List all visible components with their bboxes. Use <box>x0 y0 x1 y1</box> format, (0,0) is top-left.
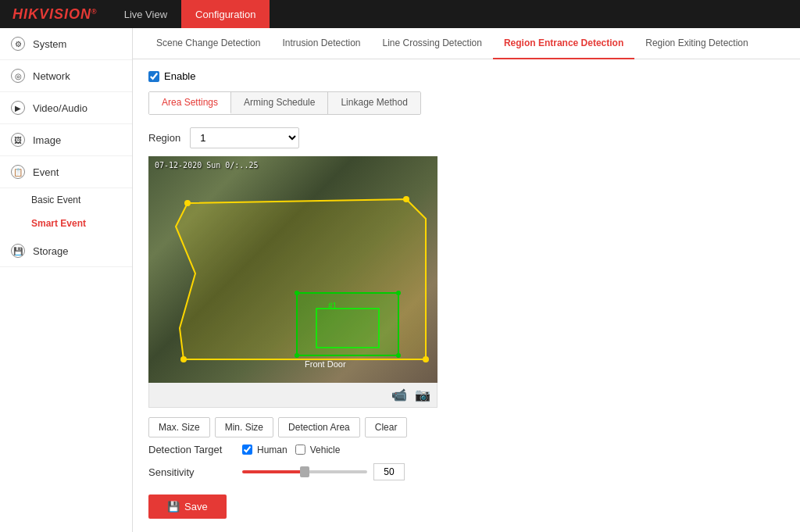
sidebar: ⚙ System ◎ Network ▶ Video/Audio 🖼 Image… <box>0 28 133 532</box>
region-number: #1 <box>328 302 338 310</box>
vehicle-checkbox-group: Vehicle <box>295 445 341 455</box>
inner-content: Enable Area Settings Arming Schedule Lin… <box>133 59 800 530</box>
sensitivity-value-input[interactable] <box>373 463 405 480</box>
detection-target-row: Detection Target Human Vehicle <box>148 444 784 455</box>
sidebar-item-network[interactable]: ◎ Network <box>0 60 132 92</box>
gear-icon: ⚙ <box>11 37 25 51</box>
max-size-button[interactable]: Max. Size <box>148 417 210 437</box>
detection-area-button[interactable]: Detection Area <box>278 417 360 437</box>
sidebar-label-image: Image <box>33 134 61 146</box>
brand-name: HIKVISION <box>12 6 91 22</box>
sidebar-label-basic-event: Basic Event <box>31 195 80 205</box>
sensitivity-slider-thumb[interactable] <box>300 466 309 477</box>
main-content: Scene Change Detection Intrusion Detecti… <box>133 28 800 532</box>
green-corner-4 <box>295 353 299 358</box>
image-icon: 🖼 <box>11 133 25 147</box>
green-corner-2 <box>396 291 401 295</box>
corner-dot-3 <box>423 356 429 362</box>
sidebar-item-video-audio[interactable]: ▶ Video/Audio <box>0 92 132 124</box>
sidebar-label-system: System <box>33 38 66 50</box>
tab-intrusion[interactable]: Intrusion Detection <box>271 28 371 59</box>
enable-row: Enable <box>148 70 784 82</box>
green-corner-3 <box>396 353 401 358</box>
corner-dot-1 <box>184 200 191 206</box>
overlay-svg: Front Door #1 <box>148 156 438 383</box>
min-size-button[interactable]: Min. Size <box>215 417 273 437</box>
nav-live-view[interactable]: Live View <box>110 0 181 28</box>
human-label[interactable]: Human <box>257 445 288 455</box>
human-checkbox[interactable] <box>242 445 252 455</box>
region-select[interactable]: 1 2 3 4 <box>190 127 299 148</box>
video-controls: 📹 📷 <box>148 383 438 408</box>
main-layout: ⚙ System ◎ Network ▶ Video/Audio 🖼 Image… <box>0 28 800 532</box>
sidebar-sub-smart-event[interactable]: Smart Event <box>0 212 132 235</box>
clear-button[interactable]: Clear <box>365 417 408 437</box>
video-icon: ▶ <box>11 101 25 115</box>
sidebar-label-storage: Storage <box>33 245 69 257</box>
sub-tabs: Area Settings Arming Schedule Linkage Me… <box>148 91 421 115</box>
save-button[interactable]: 💾 Save <box>148 495 227 519</box>
sidebar-label-smart-event: Smart Event <box>31 218 86 229</box>
sidebar-item-event[interactable]: 📋 Event <box>0 156 132 188</box>
action-buttons: Max. Size Min. Size Detection Area Clear <box>148 417 784 437</box>
corner-dot-2 <box>403 196 409 202</box>
region-row: Region 1 2 3 4 <box>148 127 784 148</box>
sensitivity-slider-track[interactable] <box>242 470 367 473</box>
sidebar-label-video: Video/Audio <box>33 102 88 114</box>
sensitivity-row: Sensitivity <box>148 463 784 480</box>
nav-configuration[interactable]: Configuration <box>181 0 270 28</box>
green-inner-region <box>316 309 379 348</box>
brand-trademark: ® <box>91 8 98 16</box>
human-checkbox-group: Human <box>242 445 288 455</box>
video-feed: 07-12-2020 Sun 0/:..25 Front Door <box>148 156 438 383</box>
detection-target-label: Detection Target <box>148 444 234 455</box>
region-text: Front Door <box>305 359 346 369</box>
enable-label[interactable]: Enable <box>164 70 195 82</box>
save-label: Save <box>184 501 208 512</box>
top-nav: HIKVISION® Live View Configuration <box>0 0 800 28</box>
brand-logo: HIKVISION® <box>0 6 110 23</box>
storage-icon: 💾 <box>11 244 25 258</box>
subtab-arming-schedule[interactable]: Arming Schedule <box>231 92 328 114</box>
network-icon: ◎ <box>11 69 25 83</box>
tab-region-exiting[interactable]: Region Exiting Detection <box>634 28 759 59</box>
sensitivity-label: Sensitivity <box>148 466 234 478</box>
detection-tabs: Scene Change Detection Intrusion Detecti… <box>133 28 800 59</box>
vehicle-label[interactable]: Vehicle <box>310 445 341 455</box>
vehicle-checkbox[interactable] <box>295 445 305 455</box>
green-corner-1 <box>295 291 299 295</box>
nav-items: Live View Configuration <box>110 0 270 28</box>
tab-region-entrance[interactable]: Region Entrance Detection <box>493 28 634 59</box>
event-icon: 📋 <box>11 165 25 179</box>
slider-row <box>242 463 405 480</box>
enable-checkbox[interactable] <box>148 71 159 82</box>
region-label: Region <box>148 132 180 144</box>
save-icon: 💾 <box>167 501 180 512</box>
subtab-linkage-method[interactable]: Linkage Method <box>328 92 420 114</box>
snapshot-button[interactable]: 📷 <box>415 387 430 402</box>
sidebar-item-storage[interactable]: 💾 Storage <box>0 235 132 267</box>
sidebar-label-event: Event <box>33 166 59 178</box>
video-container: 07-12-2020 Sun 0/:..25 Front Door <box>148 156 438 408</box>
record-button[interactable]: 📹 <box>391 387 407 402</box>
sidebar-item-system[interactable]: ⚙ System <box>0 28 132 60</box>
sidebar-sub-basic-event[interactable]: Basic Event <box>0 188 132 212</box>
tab-line-crossing[interactable]: Line Crossing Detection <box>372 28 493 59</box>
corner-dot-4 <box>180 356 187 362</box>
tab-scene-change[interactable]: Scene Change Detection <box>145 28 271 59</box>
subtab-area-settings[interactable]: Area Settings <box>149 92 231 114</box>
sidebar-label-network: Network <box>33 70 70 82</box>
sidebar-item-image[interactable]: 🖼 Image <box>0 124 132 156</box>
